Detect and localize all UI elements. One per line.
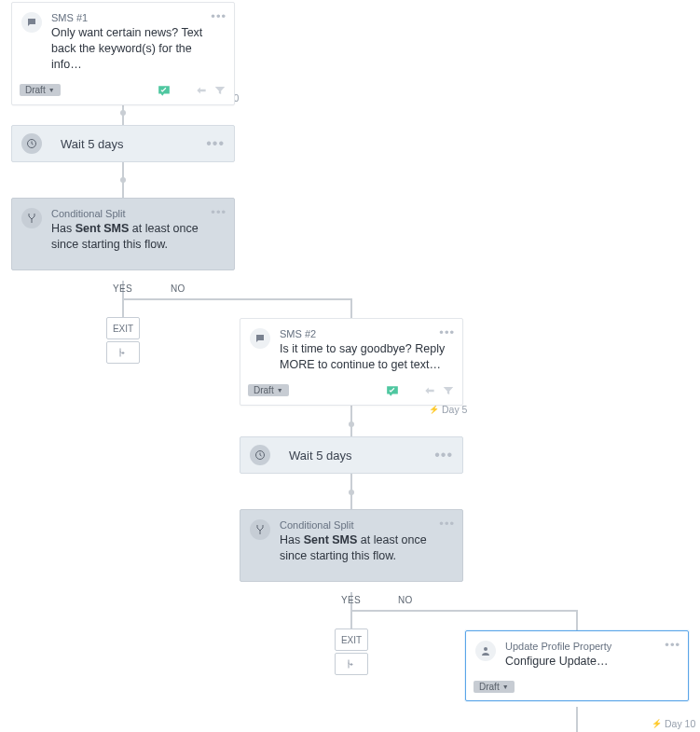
moon-icon[interactable]	[176, 84, 189, 97]
branch2-button[interactable]	[335, 653, 368, 675]
branch1-button[interactable]	[106, 341, 140, 364]
update-status-text: Draft	[479, 682, 500, 692]
day-label-5: ⚡ Day 5	[429, 404, 467, 415]
sms1-text: Only want certain news? Text back the ke…	[51, 25, 225, 73]
exit2-button[interactable]: EXIT	[335, 628, 368, 651]
sms1-status-badge[interactable]: Draft ▼	[20, 84, 61, 96]
sms2-card[interactable]: SMS #2 Is it time to say goodbye? Reply …	[240, 318, 463, 406]
bolt-icon: ⚡	[429, 405, 439, 414]
yes2-label: YES	[341, 595, 361, 605]
day10-text: Day 10	[665, 718, 695, 729]
wait2-text: Wait 5 days	[289, 449, 351, 463]
sms1-card[interactable]: SMS #1 Only want certain news? Text back…	[11, 2, 235, 105]
yes1-label: YES	[113, 283, 132, 294]
smart-send-icon[interactable]	[386, 384, 399, 397]
wait1-text: Wait 5 days	[61, 137, 123, 151]
caret-down-icon: ▼	[502, 684, 509, 690]
day5-text: Day 5	[442, 404, 467, 415]
cond2-prefix: Has	[280, 533, 304, 546]
bolt-icon: ⚡	[652, 719, 662, 728]
caret-down-icon: ▼	[48, 87, 55, 93]
no1-label: NO	[171, 283, 185, 294]
update-menu-button[interactable]: •••	[665, 639, 680, 651]
update-text: Configure Update…	[505, 654, 679, 670]
wait2-menu-button[interactable]: •••	[434, 447, 453, 463]
sms2-title: SMS #2	[280, 328, 453, 339]
cond1-title: Conditional Split	[51, 208, 225, 219]
sms2-status-badge[interactable]: Draft ▼	[248, 384, 289, 396]
cond2-menu-button[interactable]: •••	[439, 518, 455, 530]
svg-point-2	[484, 647, 487, 651]
split-icon	[21, 208, 42, 228]
exit2-text: EXIT	[341, 635, 362, 645]
split-icon	[250, 519, 270, 540]
sms1-menu-button[interactable]: •••	[211, 10, 226, 22]
speech-bubble-icon	[21, 12, 42, 33]
filter-icon[interactable]	[442, 384, 455, 397]
cond1-prefix: Has	[51, 222, 75, 235]
update-title: Update Profile Property	[505, 641, 679, 652]
day-label-10: ⚡ Day 10	[652, 718, 695, 729]
sms2-text: Is it time to say goodbye? Reply MORE to…	[280, 341, 453, 373]
cond2-bold: Sent SMS	[304, 533, 358, 546]
cond2-title: Conditional Split	[280, 519, 453, 531]
clock-icon	[250, 445, 270, 465]
smart-send-icon[interactable]	[158, 84, 171, 97]
cond1-text: Has Sent SMS at least once since startin…	[51, 221, 225, 253]
exit1-button[interactable]: EXIT	[106, 317, 140, 339]
exit1-text: EXIT	[113, 324, 133, 334]
cond1-bold: Sent SMS	[75, 222, 130, 235]
cond2-text: Has Sent SMS at least once since startin…	[280, 532, 453, 564]
branch-icon	[346, 658, 357, 670]
branch-icon	[117, 347, 129, 358]
no2-label: NO	[398, 595, 413, 605]
wait2-card[interactable]: Wait 5 days •••	[240, 436, 463, 474]
update-status-badge[interactable]: Draft ▼	[474, 681, 515, 693]
wait1-menu-button[interactable]: •••	[206, 135, 225, 152]
sms1-title: SMS #1	[51, 12, 225, 23]
cond1-card[interactable]: Conditional Split Has Sent SMS at least …	[11, 198, 235, 270]
caret-down-icon: ▼	[277, 387, 283, 394]
cond2-card[interactable]: Conditional Split Has Sent SMS at least …	[240, 509, 463, 582]
clock-icon	[21, 133, 42, 154]
wait1-card[interactable]: Wait 5 days •••	[11, 125, 235, 162]
cond1-menu-button[interactable]: •••	[211, 206, 226, 218]
sms1-status-text: Draft	[25, 85, 46, 95]
filter-icon[interactable]	[213, 84, 226, 97]
branch-muted-icon[interactable]	[195, 84, 208, 97]
update-card[interactable]: Update Profile Property Configure Update…	[465, 630, 689, 701]
moon-icon[interactable]	[405, 384, 418, 397]
person-icon	[475, 641, 496, 661]
branch-muted-icon[interactable]	[423, 384, 436, 397]
sms2-status-text: Draft	[254, 385, 274, 395]
speech-bubble-icon	[250, 328, 270, 349]
sms2-menu-button[interactable]: •••	[439, 326, 455, 338]
